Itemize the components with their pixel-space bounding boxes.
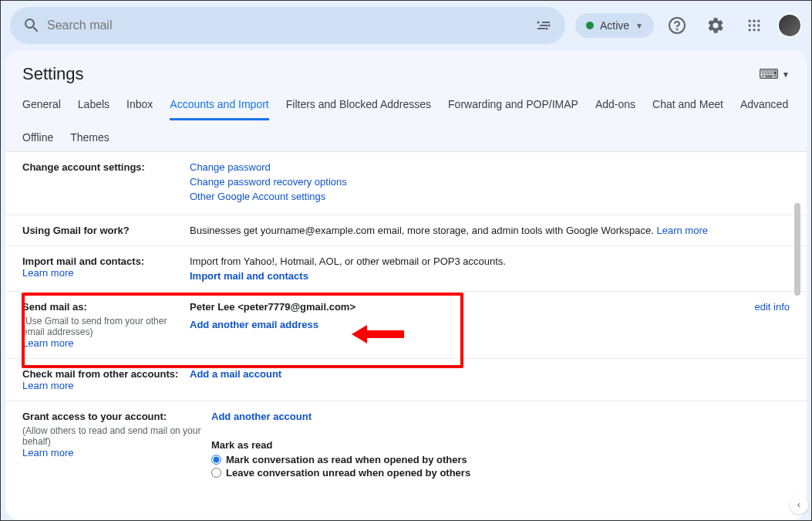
settings-panel: Settings ⌨ ▼ General Labels Inbox Accoun… bbox=[5, 50, 807, 519]
section-work: Using Gmail for work? Businesses get you… bbox=[5, 215, 807, 246]
link-edit-info[interactable]: edit info bbox=[754, 301, 790, 313]
topbar-right: Active ▼ bbox=[575, 10, 802, 41]
tab-addons[interactable]: Add-ons bbox=[595, 98, 635, 120]
side-panel-toggle[interactable]: ‹ bbox=[790, 496, 808, 514]
tab-themes[interactable]: Themes bbox=[70, 131, 110, 151]
link-other-settings[interactable]: Other Google Account settings bbox=[190, 191, 325, 202]
svg-point-11 bbox=[749, 29, 751, 31]
section-subtitle: (Allow others to read and send mail on y… bbox=[22, 425, 205, 447]
radio-mark-read-label: Mark conversation as read when opened by… bbox=[226, 454, 467, 465]
radio-leave-unread[interactable] bbox=[211, 468, 221, 478]
link-learn-more-checkmail[interactable]: Learn more bbox=[22, 380, 73, 391]
section-import: Import mail and contacts: Learn more Imp… bbox=[5, 246, 807, 292]
link-learn-more-import[interactable]: Learn more bbox=[22, 267, 73, 279]
settings-tabs: General Labels Inbox Accounts and Import… bbox=[5, 84, 807, 151]
search-options-icon[interactable] bbox=[534, 16, 553, 35]
svg-point-12 bbox=[753, 29, 755, 31]
svg-point-1 bbox=[548, 25, 551, 27]
avatar[interactable] bbox=[777, 13, 802, 38]
tab-offline[interactable]: Offline bbox=[22, 131, 53, 151]
work-text: Businesses get yourname@example.com emai… bbox=[190, 225, 654, 236]
tab-labels[interactable]: Labels bbox=[78, 98, 110, 120]
apps-button[interactable] bbox=[739, 10, 770, 41]
top-bar: Active ▼ bbox=[1, 1, 811, 50]
section-title: Change account settings: bbox=[22, 161, 145, 173]
status-dot-icon bbox=[586, 22, 594, 29]
svg-point-2 bbox=[546, 28, 548, 30]
search-box[interactable] bbox=[10, 7, 565, 44]
tab-general[interactable]: General bbox=[22, 98, 61, 120]
section-change-account: Change account settings: Change password… bbox=[5, 152, 807, 215]
input-method-button[interactable]: ⌨ ▼ bbox=[759, 66, 790, 83]
svg-point-8 bbox=[749, 24, 751, 26]
chevron-down-icon: ▼ bbox=[635, 22, 643, 30]
svg-point-5 bbox=[749, 20, 751, 22]
section-title: Grant access to your account: bbox=[22, 411, 205, 422]
link-learn-more-sendas[interactable]: Learn more bbox=[22, 337, 73, 349]
chevron-down-icon: ▼ bbox=[782, 70, 790, 79]
section-send-as: Send mail as: (Use Gmail to send from yo… bbox=[5, 292, 807, 359]
section-title: Import mail and contacts: bbox=[22, 255, 184, 267]
tab-forwarding[interactable]: Forwarding and POP/IMAP bbox=[448, 98, 578, 120]
section-grant-access: Grant access to your account: (Allow oth… bbox=[5, 401, 807, 488]
svg-point-0 bbox=[537, 22, 540, 24]
settings-button[interactable] bbox=[700, 10, 731, 41]
svg-point-10 bbox=[757, 24, 760, 26]
tab-inbox[interactable]: Inbox bbox=[126, 98, 153, 120]
tab-accounts-import[interactable]: Accounts and Import bbox=[170, 98, 268, 120]
section-title: Check mail from other accounts: bbox=[22, 368, 184, 380]
link-add-email-address[interactable]: Add another email address bbox=[190, 319, 318, 330]
radio-leave-unread-label: Leave conversation unread when opened by… bbox=[226, 467, 470, 479]
link-import-mail-contacts[interactable]: Import mail and contacts bbox=[190, 270, 308, 282]
radio-mark-read[interactable] bbox=[211, 455, 221, 465]
svg-point-7 bbox=[757, 20, 760, 22]
link-learn-more-grant[interactable]: Learn more bbox=[22, 447, 73, 458]
link-add-another-account[interactable]: Add another account bbox=[211, 411, 312, 422]
svg-point-6 bbox=[753, 20, 755, 22]
help-button[interactable] bbox=[662, 10, 692, 41]
status-label: Active bbox=[600, 19, 629, 32]
svg-point-4 bbox=[677, 29, 678, 30]
send-as-identity: Peter Lee <peter7779@gmail.com> bbox=[190, 301, 739, 313]
tab-advanced[interactable]: Advanced bbox=[740, 98, 788, 120]
settings-content: Change account settings: Change password… bbox=[5, 151, 807, 519]
section-subtitle: (Use Gmail to send from your other email… bbox=[22, 316, 184, 337]
import-text: Import from Yahoo!, Hotmail, AOL, or oth… bbox=[190, 255, 790, 267]
link-add-mail-account[interactable]: Add a mail account bbox=[190, 368, 281, 380]
section-title: Using Gmail for work? bbox=[22, 225, 130, 236]
section-check-mail: Check mail from other accounts: Learn mo… bbox=[5, 359, 807, 401]
tab-filters[interactable]: Filters and Blocked Addresses bbox=[286, 98, 431, 120]
page-title: Settings bbox=[22, 64, 84, 84]
keyboard-icon: ⌨ bbox=[759, 66, 779, 83]
scrollbar[interactable] bbox=[794, 203, 800, 296]
status-pill[interactable]: Active ▼ bbox=[575, 13, 654, 38]
svg-point-13 bbox=[757, 29, 760, 31]
link-recovery-options[interactable]: Change password recovery options bbox=[190, 176, 347, 188]
svg-point-9 bbox=[753, 24, 755, 26]
mark-as-read-heading: Mark as read bbox=[211, 439, 790, 451]
search-icon bbox=[22, 16, 41, 35]
link-learn-more-workspace[interactable]: Learn more bbox=[656, 225, 707, 236]
tab-chat-meet[interactable]: Chat and Meet bbox=[652, 98, 723, 120]
search-input[interactable] bbox=[47, 19, 528, 32]
section-title: Send mail as: bbox=[22, 301, 184, 313]
link-change-password[interactable]: Change password bbox=[190, 161, 271, 173]
